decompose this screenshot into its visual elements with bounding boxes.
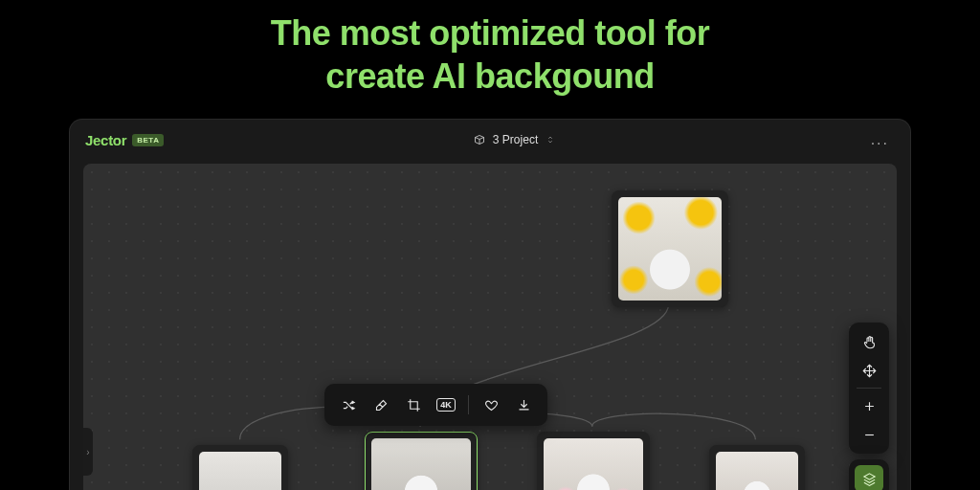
- download-button[interactable]: [509, 391, 538, 418]
- node-thumbnail: [544, 438, 643, 490]
- heart-icon: [484, 398, 499, 412]
- toolbar-divider: [857, 388, 881, 389]
- erase-button[interactable]: [367, 391, 395, 418]
- favorite-button[interactable]: [477, 391, 505, 418]
- chevron-right-icon: ›: [86, 447, 89, 457]
- project-selector[interactable]: 3 Project: [474, 133, 555, 146]
- badge-4k: 4K: [436, 398, 456, 412]
- brand-name: Jector: [85, 132, 126, 148]
- project-count: 3 Project: [493, 133, 538, 146]
- canvas-node[interactable]: [537, 432, 650, 490]
- chevron-updown-icon: [546, 135, 555, 145]
- sidebar-expand-handle[interactable]: ›: [83, 428, 93, 476]
- toolbar-divider: [468, 395, 469, 414]
- minus-icon: [862, 428, 877, 442]
- resolution-4k-button[interactable]: 4K: [432, 391, 460, 418]
- box-icon: [474, 134, 485, 145]
- canvas-node[interactable]: [709, 445, 805, 490]
- node-action-toolbar: 4K: [324, 384, 547, 426]
- more-menu-button[interactable]: ...: [865, 129, 895, 150]
- hand-icon: [862, 335, 877, 349]
- beta-badge: BETA: [132, 134, 164, 146]
- plus-icon: [862, 399, 877, 413]
- hand-tool-button[interactable]: [855, 328, 883, 355]
- node-thumbnail: [199, 452, 281, 490]
- app-frame: Jector BETA 3 Project ...: [69, 119, 911, 490]
- zoom-in-button[interactable]: [855, 392, 883, 419]
- hero-title: The most optimized tool for create AI ba…: [0, 0, 980, 119]
- crop-button[interactable]: [399, 391, 428, 418]
- canvas-node[interactable]: [612, 190, 728, 307]
- shuffle-icon: [342, 398, 356, 412]
- eraser-icon: [374, 398, 389, 412]
- hero-line2: create AI backgound: [325, 56, 654, 96]
- brand: Jector BETA: [85, 132, 164, 148]
- layers-button[interactable]: [855, 465, 883, 490]
- node-thumbnail: [371, 438, 471, 490]
- topbar: Jector BETA 3 Project ...: [70, 120, 910, 160]
- move-tool-button[interactable]: [855, 357, 883, 384]
- crop-icon: [407, 398, 421, 412]
- move-icon: [862, 364, 877, 378]
- canvas-node[interactable]: [192, 445, 288, 490]
- download-icon: [517, 398, 531, 412]
- connection-lines: [83, 164, 897, 490]
- node-thumbnail: [716, 452, 798, 490]
- layers-icon: [862, 472, 877, 486]
- node-thumbnail: [618, 197, 722, 301]
- canvas[interactable]: › 4K: [83, 164, 897, 490]
- zoom-out-button[interactable]: [855, 421, 883, 448]
- hero-line1: The most optimized tool for: [271, 13, 709, 53]
- canvas-node-selected[interactable]: [365, 432, 478, 490]
- shuffle-button[interactable]: [334, 391, 363, 418]
- view-toolbar: [849, 323, 889, 490]
